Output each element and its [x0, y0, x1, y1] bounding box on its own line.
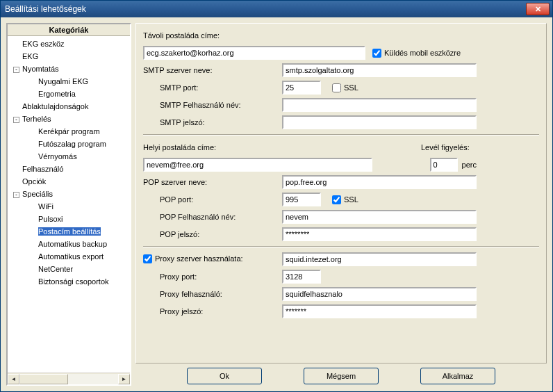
smtp-ssl-checkbox[interactable]: SSL: [332, 83, 358, 92]
tree-item[interactable]: Postacím beállítás: [12, 225, 130, 238]
pop-user-label: POP Felhasználó név:: [143, 213, 282, 221]
smtp-ssl-label: SSL: [344, 83, 358, 92]
form-panel: Távoli postaláda címe: Küldés mobil eszk…: [135, 23, 547, 364]
divider: [143, 246, 539, 247]
tree-item[interactable]: Nyugalmi EKG: [12, 75, 130, 88]
proxy-use-checkbox[interactable]: Proxy szerver használata:: [143, 254, 243, 263]
mail-watch-unit: perc: [462, 161, 477, 169]
tree-item[interactable]: Biztonsági csoportok: [12, 275, 130, 288]
sidebar: Kategóriák EKG eszközEKG-NyomtatásNyugal…: [6, 23, 131, 386]
tree-item[interactable]: Vérnyomás: [12, 150, 130, 163]
proxy-pass-label: Proxy jelszó:: [143, 307, 282, 316]
tree-item[interactable]: -Nyomtatás: [12, 63, 130, 75]
pop-user-input[interactable]: [282, 210, 477, 224]
tree-item-label: Biztonsági csoportok: [38, 277, 109, 286]
main-panel: Távoli postaláda címe: Küldés mobil eszk…: [135, 23, 547, 386]
local-mailbox-label: Helyi postaláda címe:: [143, 143, 216, 152]
send-mobile-checkbox-input[interactable]: [372, 49, 381, 58]
tree-item[interactable]: WiFi: [12, 200, 130, 213]
tree-item-label: WiFi: [38, 202, 53, 211]
smtp-ssl-checkbox-input[interactable]: [332, 83, 341, 92]
close-button[interactable]: ✕: [526, 3, 550, 15]
send-mobile-checkbox[interactable]: Küldés mobil eszközre: [372, 49, 461, 58]
proxy-port-input[interactable]: [282, 270, 321, 284]
tree-toggle-icon[interactable]: -: [13, 117, 19, 123]
apply-button[interactable]: Alkalmaz: [420, 368, 495, 384]
pop-pass-input[interactable]: [282, 227, 477, 241]
pop-ssl-checkbox[interactable]: SSL: [332, 195, 358, 204]
cancel-button[interactable]: Mégsem: [304, 368, 379, 384]
scroll-thumb[interactable]: [19, 374, 68, 384]
tree-item[interactable]: -Speciális: [12, 188, 130, 200]
pop-ssl-label: SSL: [344, 195, 358, 204]
close-icon: ✕: [535, 5, 541, 14]
smtp-port-label: SMTP port:: [143, 83, 282, 92]
tree-item-label: Terhelés: [22, 115, 51, 123]
proxy-port-label: Proxy port:: [143, 272, 282, 281]
ok-button[interactable]: Ok: [187, 368, 262, 384]
proxy-use-row: Proxy szerver használata:: [143, 254, 282, 265]
mail-watch-input[interactable]: [430, 158, 458, 172]
mail-watch-label: Levél figyelés:: [421, 143, 470, 152]
tree-item-label: Kerékpár program: [38, 127, 100, 136]
tree-item[interactable]: NetCenter: [12, 263, 130, 275]
tree-toggle-icon[interactable]: -: [13, 67, 19, 73]
tree-item[interactable]: Automatikus backup: [12, 238, 130, 250]
tree-item-label: Automatikus backup: [38, 240, 107, 248]
proxy-user-input[interactable]: [282, 287, 477, 301]
tree-item[interactable]: EKG eszköz: [12, 38, 130, 50]
sidebar-header: Kategóriák: [8, 24, 130, 36]
smtp-pass-input[interactable]: [282, 115, 477, 129]
scroll-track[interactable]: [19, 374, 118, 384]
tree-item-label: Pulsoxi: [38, 215, 63, 223]
tree-item[interactable]: Ablaktulajdonságok: [12, 100, 130, 113]
tree-item-label: Vérnyomás: [38, 152, 77, 161]
smtp-user-input[interactable]: [282, 98, 477, 112]
tree-item-label: Nyomtatás: [22, 65, 59, 73]
pop-server-input[interactable]: [282, 175, 477, 189]
local-mailbox-input[interactable]: [143, 158, 372, 172]
proxy-use-checkbox-input[interactable]: [143, 254, 152, 263]
pop-server-label: POP szerver neve:: [143, 178, 282, 186]
proxy-use-label: Proxy szerver használata:: [155, 254, 243, 263]
proxy-user-label: Proxy felhasználó:: [143, 290, 282, 298]
pop-ssl-checkbox-input[interactable]: [332, 195, 341, 204]
tree-item[interactable]: Futószalag program: [12, 138, 130, 150]
smtp-pass-label: SMTP jelszó:: [143, 118, 282, 126]
smtp-user-label: SMTP Felhasználó név:: [143, 101, 282, 109]
pop-port-input[interactable]: [282, 193, 321, 206]
tree-item-label: Postacím beállítás: [38, 227, 101, 236]
tree-item[interactable]: Pulsoxi: [12, 213, 130, 225]
smtp-server-label: SMTP szerver neve:: [143, 66, 282, 74]
smtp-server-input[interactable]: [282, 63, 477, 77]
button-bar: Ok Mégsem Alkalmaz: [135, 364, 547, 386]
tree-item-label: Ablaktulajdonságok: [22, 102, 88, 111]
pop-port-label: POP port:: [143, 195, 282, 204]
tree-toggle-icon[interactable]: -: [13, 192, 19, 198]
scroll-right-icon[interactable]: ►: [118, 374, 130, 384]
tree-item[interactable]: Felhasználó: [12, 163, 130, 175]
tree-item-label: Ergometria: [38, 90, 76, 98]
proxy-pass-input[interactable]: [282, 304, 477, 318]
tree-item-label: Speciális: [22, 190, 53, 198]
tree-item[interactable]: Kerékpár program: [12, 125, 130, 138]
tree-item[interactable]: -Terhelés: [12, 113, 130, 125]
remote-mailbox-input[interactable]: [143, 46, 365, 60]
tree-item-label: Automatikus export: [38, 252, 104, 261]
horizontal-scrollbar[interactable]: ◄ ►: [8, 373, 130, 384]
titlebar: Beállítási lehetőségek ✕: [1, 1, 552, 17]
smtp-port-input[interactable]: [282, 81, 321, 95]
proxy-server-input[interactable]: [282, 252, 477, 266]
tree-item[interactable]: Opciók: [12, 175, 130, 188]
tree-item-label: Opciók: [22, 177, 46, 186]
tree-item[interactable]: Automatikus export: [12, 250, 130, 263]
content-area: Kategóriák EKG eszközEKG-NyomtatásNyugal…: [1, 17, 552, 391]
window-title: Beállítási lehetőségek: [5, 4, 526, 14]
tree-item[interactable]: Ergometria: [12, 88, 130, 100]
scroll-left-icon[interactable]: ◄: [8, 374, 19, 384]
send-mobile-label: Küldés mobil eszközre: [384, 49, 461, 57]
pop-pass-label: POP jelszó:: [143, 230, 282, 238]
tree-item-label: EKG: [22, 52, 38, 60]
tree-item[interactable]: EKG: [12, 50, 130, 63]
category-tree[interactable]: EKG eszközEKG-NyomtatásNyugalmi EKGErgom…: [8, 36, 130, 373]
